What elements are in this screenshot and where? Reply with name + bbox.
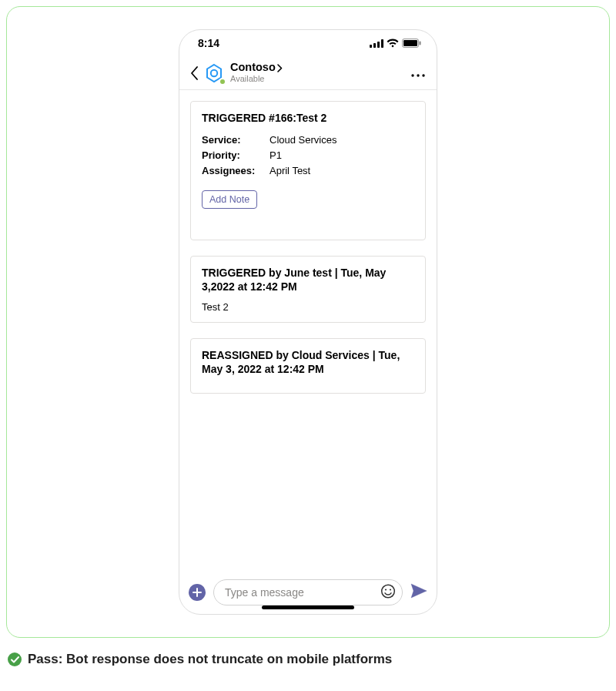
field-val: April Test <box>270 163 414 179</box>
nav-bar: Contoso Available <box>179 56 437 90</box>
field-row: Service: Cloud Services <box>202 132 414 148</box>
message-list: TRIGGERED #166:Test 2 Service: Cloud Ser… <box>179 90 437 571</box>
svg-point-8 <box>211 69 217 75</box>
chevron-left-icon <box>190 66 199 80</box>
presence-badge <box>219 78 226 86</box>
field-key: Priority: <box>202 148 270 163</box>
status-time: 8:14 <box>198 37 219 49</box>
emoji-button[interactable] <box>380 584 396 602</box>
svg-rect-1 <box>373 43 376 48</box>
field-key: Assignees: <box>202 163 270 179</box>
app-avatar[interactable] <box>203 62 226 85</box>
svg-point-14 <box>390 589 391 590</box>
send-icon <box>410 583 427 599</box>
status-bar: 8:14 <box>179 30 437 56</box>
card-body: Test 2 <box>202 301 414 313</box>
card-title: TRIGGERED by June test | Tue, May 3,2022… <box>202 266 414 294</box>
app-title: Contoso <box>230 62 276 74</box>
wifi-icon <box>387 39 399 48</box>
back-button[interactable] <box>187 66 201 80</box>
svg-rect-2 <box>377 42 380 48</box>
incident-card: TRIGGERED #166:Test 2 Service: Cloud Ser… <box>190 101 426 240</box>
send-button[interactable] <box>410 583 427 602</box>
svg-point-13 <box>385 589 387 590</box>
svg-point-10 <box>417 74 419 76</box>
card-title: REASSIGNED by Cloud Services | Tue, May … <box>202 348 414 376</box>
more-button[interactable] <box>407 66 429 80</box>
battery-icon <box>402 39 421 48</box>
field-row: Assignees: April Test <box>202 163 414 179</box>
pass-badge <box>8 652 22 666</box>
event-card: REASSIGNED by Cloud Services | Tue, May … <box>190 338 426 394</box>
field-val: Cloud Services <box>270 132 414 148</box>
svg-rect-6 <box>420 42 421 45</box>
message-input[interactable]: Type a message <box>213 579 403 605</box>
field-val: P1 <box>270 148 414 163</box>
svg-point-11 <box>422 74 424 76</box>
plus-icon <box>192 588 202 597</box>
svg-rect-5 <box>403 40 417 46</box>
svg-point-9 <box>411 74 413 76</box>
compose-add-button[interactable] <box>189 584 206 601</box>
app-subtitle: Available <box>230 74 407 83</box>
card-title: TRIGGERED #166:Test 2 <box>202 111 414 125</box>
result-caption: Pass: Bot response does not truncate on … <box>8 652 392 667</box>
check-icon <box>11 656 19 663</box>
phone-mockup: 8:14 Contoso Available <box>179 29 437 615</box>
field-row: Priority: P1 <box>202 148 414 163</box>
svg-rect-3 <box>381 39 383 48</box>
card-actions: Add Note <box>202 190 414 209</box>
svg-point-12 <box>382 585 395 598</box>
status-icons <box>370 39 421 48</box>
event-card: TRIGGERED by June test | Tue, May 3,2022… <box>190 256 426 323</box>
chevron-right-icon <box>277 64 283 72</box>
smiley-icon <box>380 584 396 599</box>
title-block[interactable]: Contoso Available <box>230 62 407 83</box>
field-key: Service: <box>202 132 270 148</box>
ellipsis-icon <box>411 74 425 77</box>
svg-rect-0 <box>370 45 372 48</box>
add-note-button[interactable]: Add Note <box>202 190 257 209</box>
example-frame: 8:14 Contoso Available <box>6 6 610 638</box>
caption-text: Pass: Bot response does not truncate on … <box>28 652 392 667</box>
home-indicator <box>262 605 354 609</box>
message-placeholder: Type a message <box>225 586 304 599</box>
cellular-icon <box>370 39 383 48</box>
